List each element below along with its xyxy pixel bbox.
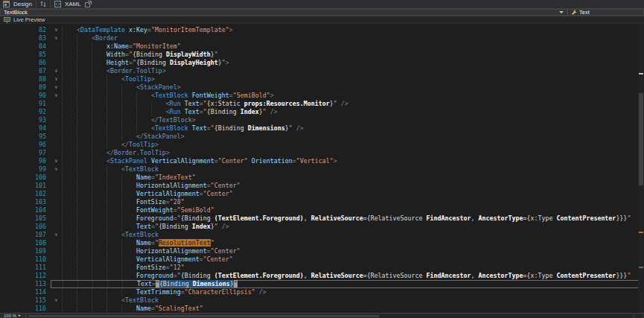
code-line-97[interactable]: 97</Border.ToolTip> <box>0 149 644 157</box>
code-text[interactable]: x:Name="MonitorItem" <box>62 42 644 51</box>
code-line-88[interactable]: 88∨<ToolTip> <box>0 75 644 83</box>
code-line-106[interactable]: 106Text="{Binding Index}" /> <box>0 223 644 231</box>
code-text[interactable]: VerticalAlignment="Center" <box>62 190 644 198</box>
code-line-83[interactable]: 83∨<Border <box>0 34 644 42</box>
line-number[interactable]: 114 <box>0 288 51 296</box>
line-number[interactable]: 85 <box>0 51 51 59</box>
line-number[interactable]: 106 <box>0 223 51 231</box>
code-text[interactable]: </Border.ToolTip> <box>62 149 644 157</box>
line-number[interactable]: 113 <box>0 280 51 288</box>
code-line-110[interactable]: 110VerticalAlignment="Center" <box>0 255 644 264</box>
tab-live-preview[interactable]: Live Preview <box>13 16 45 23</box>
line-number[interactable]: 88 <box>0 75 51 83</box>
code-line-112[interactable]: 112Foreground="{Binding (TextElement.For… <box>0 272 644 280</box>
code-text[interactable]: <TextBlock Text="{Binding Dimensions}" /… <box>62 124 644 133</box>
code-text[interactable]: FontSize="28" <box>62 198 644 206</box>
code-line-92[interactable]: 92<Run Text="{Binding Index}" /> <box>0 108 644 116</box>
property-selector[interactable]: Text <box>567 9 644 16</box>
line-number[interactable]: 102 <box>0 190 51 198</box>
line-number[interactable]: 110 <box>0 255 51 264</box>
line-number[interactable]: 82 <box>0 26 51 34</box>
code-text[interactable]: Width="{Binding DisplayWidth}" <box>62 51 644 59</box>
code-text[interactable]: Name="ResolutionText" <box>62 239 644 247</box>
code-text[interactable]: HorizontalAlignment="Center" <box>62 182 644 190</box>
line-number[interactable]: 108 <box>0 239 51 247</box>
code-text[interactable]: <Run Text="{x:Static props:Resources.Mon… <box>62 100 644 108</box>
line-number[interactable]: 93 <box>0 116 51 124</box>
fold-collapse-icon[interactable]: ∨ <box>51 67 62 75</box>
line-number[interactable]: 86 <box>0 59 51 67</box>
code-line-111[interactable]: 111FontSize="12" <box>0 264 644 272</box>
fold-collapse-icon[interactable]: ∨ <box>51 34 62 42</box>
code-text[interactable]: </ToolTip> <box>62 141 644 149</box>
code-line-105[interactable]: 105Foreground="{Binding (TextElement.For… <box>0 214 644 223</box>
code-text[interactable]: <Border <box>62 34 644 42</box>
code-line-102[interactable]: 102VerticalAlignment="Center" <box>0 190 644 198</box>
zoom-select[interactable]: 100 % <box>2 314 22 318</box>
code-line-93[interactable]: 93</TextBlock> <box>0 116 644 124</box>
fold-collapse-icon[interactable]: ∨ <box>51 92 62 100</box>
code-line-94[interactable]: 94<TextBlock Text="{Binding Dimensions}"… <box>0 124 644 133</box>
line-number[interactable]: 95 <box>0 133 51 141</box>
code-text[interactable]: Foreground="{Binding (TextElement.Foregr… <box>62 214 644 223</box>
xaml-code-editor[interactable]: 82∨<DataTemplate x:Key="MonitorItemTempl… <box>0 24 644 313</box>
horizontal-scrollbar-thumb[interactable] <box>29 315 379 317</box>
line-number[interactable]: 98 <box>0 157 51 165</box>
code-line-98[interactable]: 98∨<StackPanel VerticalAlignment="Center… <box>0 157 644 165</box>
code-line-104[interactable]: 104FontWeight="SemiBold" <box>0 206 644 214</box>
code-line-99[interactable]: 99∨<TextBlock <box>0 165 644 174</box>
code-line-95[interactable]: 95</StackPanel> <box>0 133 644 141</box>
code-text[interactable]: <TextBlock <box>62 296 644 305</box>
code-text[interactable]: FontSize="12" <box>62 264 644 272</box>
horizontal-scrollbar[interactable] <box>29 314 632 318</box>
line-number[interactable]: 99 <box>0 165 51 174</box>
code-text[interactable]: <ToolTip> <box>62 75 644 83</box>
code-text[interactable]: </TextBlock> <box>62 116 644 124</box>
code-text[interactable]: <TextBlock <box>62 165 644 174</box>
code-line-108[interactable]: 108Name="ResolutionText" <box>0 239 644 247</box>
code-text[interactable]: VerticalAlignment="Center" <box>62 255 644 264</box>
code-line-100[interactable]: 100Name="IndexText" <box>0 174 644 182</box>
line-number[interactable]: 107 <box>0 231 51 239</box>
code-text[interactable]: </StackPanel> <box>62 133 644 141</box>
code-text[interactable]: Foreground="{Binding (TextElement.Foregr… <box>62 272 644 280</box>
code-text[interactable]: <StackPanel> <box>62 83 644 92</box>
code-line-107[interactable]: 107∨<TextBlock <box>0 231 644 239</box>
code-line-115[interactable]: 115∨<TextBlock <box>0 296 644 305</box>
fold-collapse-icon[interactable]: ∨ <box>51 83 62 92</box>
line-number[interactable]: 83 <box>0 34 51 42</box>
line-number[interactable]: 103 <box>0 198 51 206</box>
line-number[interactable]: 96 <box>0 141 51 149</box>
code-text[interactable]: HorizontalAlignment="Center" <box>62 247 644 255</box>
code-line-103[interactable]: 103FontSize="28" <box>0 198 644 206</box>
line-number[interactable]: 91 <box>0 100 51 108</box>
line-number[interactable]: 97 <box>0 149 51 157</box>
code-text[interactable]: Text="{Binding Index}" /> <box>62 223 644 231</box>
fold-collapse-icon[interactable]: ∨ <box>51 157 62 165</box>
line-number[interactable]: 100 <box>0 174 51 182</box>
code-text[interactable]: <StackPanel VerticalAlignment="Center" O… <box>62 157 644 165</box>
fold-collapse-icon[interactable]: ∨ <box>51 26 62 34</box>
code-text[interactable]: <TextBlock <box>62 231 644 239</box>
code-text[interactable]: FontWeight="SemiBold" <box>62 206 644 214</box>
line-number[interactable]: 115 <box>0 296 51 305</box>
code-text[interactable]: TextTrimming="CharacterEllipsis" /> <box>62 288 644 296</box>
code-line-91[interactable]: 91<Run Text="{x:Static props:Resources.M… <box>0 100 644 108</box>
fold-collapse-icon[interactable]: ∨ <box>51 165 62 174</box>
code-text[interactable]: <Run Text="{Binding Index}" /> <box>62 108 644 116</box>
code-line-116[interactable]: 116Name="ScalingText" <box>0 305 644 313</box>
line-number[interactable]: 104 <box>0 206 51 214</box>
line-number[interactable]: 101 <box>0 182 51 190</box>
code-line-96[interactable]: 96</ToolTip> <box>0 141 644 149</box>
code-line-89[interactable]: 89∨<StackPanel> <box>0 83 644 92</box>
line-number[interactable]: 112 <box>0 272 51 280</box>
code-line-87[interactable]: 87∨<Border.ToolTip> <box>0 67 644 75</box>
line-number[interactable]: 94 <box>0 124 51 133</box>
code-text[interactable]: Name="ScalingText" <box>62 305 644 313</box>
element-selector[interactable]: TextBlock <box>0 9 567 16</box>
fold-collapse-icon[interactable]: ∨ <box>51 75 62 83</box>
code-text[interactable]: Text="{Binding Dimensions}" <box>63 281 643 287</box>
tab-design[interactable]: Design <box>13 1 32 7</box>
code-line-114[interactable]: 114TextTrimming="CharacterEllipsis" /> <box>0 288 644 296</box>
fold-collapse-icon[interactable]: ∨ <box>51 231 62 239</box>
